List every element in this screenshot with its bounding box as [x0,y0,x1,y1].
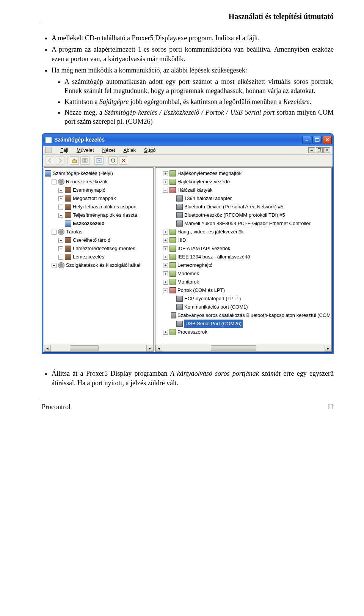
help-button[interactable]: ? [94,156,104,165]
menu-action[interactable]: Művelet [77,147,94,154]
outro-list: Állítsa át a Proxer5 Display programban … [42,369,334,388]
delete-button[interactable] [119,156,128,165]
tree-icon [58,229,64,235]
right-hscroll[interactable]: ◄ ► [155,345,331,351]
menu-file[interactable]: Fájl [60,147,68,154]
tree-item[interactable]: +IDE ATA/ATAPI vezérlők [156,244,331,253]
tree-item[interactable]: +Hajlékonylemezes meghajtók [156,169,331,178]
tree-icon [169,246,176,252]
tree-icon [65,187,71,193]
tree-item[interactable]: +IEEE 1394 busz - állomásvezérlő [156,253,331,261]
tree-item[interactable]: +Lemezmeghajtó [156,261,331,269]
footer-rule [42,399,334,399]
mdi-buttons: – ❐ × [308,147,330,153]
menu-view[interactable]: Nézet [102,147,115,154]
left-tree-pane[interactable]: Számítógép-kezelés (Helyi)−Rendszereszkö… [44,167,154,352]
tree-icon [169,187,176,193]
menu-window[interactable]: Ablak [123,147,136,154]
tree-icon [58,262,64,268]
tree-item[interactable]: +HID [156,236,331,244]
mdi-restore[interactable]: ❐ [316,147,323,153]
left-hscroll[interactable]: ◄ ► [44,345,153,351]
tree-item[interactable]: Kommunikációs port (COM1) [156,303,331,311]
tree-item[interactable]: Szabványos soros csatlakozás Bluetooth-k… [156,311,331,320]
tree-icon [169,170,176,176]
tree-item[interactable]: −Hálózati kártyák [156,186,331,194]
mdi-close[interactable]: × [323,147,330,153]
tree-icon [65,237,71,243]
tree-icon [176,304,183,310]
tree-icon [65,246,71,252]
tree-icon [176,321,183,327]
tree-item[interactable]: Bluetooth Device (Personal Area Network)… [156,203,331,211]
sub-1: A számítógép automatikusan adott egy por… [64,77,334,96]
mdi-minimize[interactable]: – [308,147,315,153]
tree-item[interactable]: Eszközkezelő [45,219,152,228]
tree-item[interactable]: +Lemezkezelés [45,253,152,261]
tree-icon [169,329,176,335]
window-title: Számítógép-kezelés [54,136,302,143]
tree-item[interactable]: +Lemeztöredezettség-mentes [45,244,152,253]
minimize-button[interactable]: – [302,136,311,144]
tree-icon [45,170,51,176]
sub-list: A számítógép automatikusan adott egy por… [52,77,334,126]
tree-item[interactable]: Számítógép-kezelés (Helyi) [45,169,152,178]
tree-item[interactable]: +Hang-, video- és játékvezérlők [156,228,331,236]
tree-icon [169,229,176,235]
app-icon [45,137,52,143]
tree-icon [58,179,64,185]
right-tree-pane[interactable]: +Hajlékonylemezes meghajtók+Hajlékonylem… [155,167,332,352]
scroll-thumb[interactable] [70,345,99,351]
tree-icon [65,221,71,227]
tree-item[interactable]: ECP nyomtatóport (LPT1) [156,295,331,303]
bullet-2: A program az alapértelmezett 1-es soros … [52,45,334,63]
scroll-left-arrow[interactable]: ◄ [44,345,51,351]
tree-item[interactable]: +Cserélhető tároló [45,236,152,244]
scroll-right-arrow[interactable]: ► [325,345,331,351]
refresh-button[interactable] [108,156,118,165]
forward-button[interactable] [56,156,65,165]
tree-item[interactable]: −Rendszereszközök [45,178,152,186]
scroll-left-arrow[interactable]: ◄ [155,345,162,351]
tree-item[interactable]: −Tárolás [45,228,152,236]
toolbar: ? [43,155,333,167]
bullet-1: A mellékelt CD-n található a Proxer5 Dis… [52,33,334,43]
tree-item[interactable]: Marvell Yukon 88E8053 PCI-E Gigabit Ethe… [156,219,331,228]
svg-text:?: ? [98,159,100,163]
sub-2: Kattintson a Sajátgépre jobb egérgombbal… [64,97,334,106]
tree-item[interactable]: +Teljesítménynaplók és riasztá [45,211,152,219]
tree-item[interactable]: Bluetooth-eszköz (RFCOMM protokoll TDI) … [156,211,331,219]
tree-icon [169,254,176,260]
tree-icon [176,221,183,227]
tree-icon [169,179,176,185]
tree-item[interactable]: +Megosztott mappák [45,194,152,203]
back-button[interactable] [45,156,54,165]
properties-button[interactable] [80,156,89,165]
tree-icon [176,204,183,210]
menu-help[interactable]: Súgó [144,147,155,154]
tree-item[interactable]: +Modemek [156,269,331,278]
scroll-thumb[interactable] [211,345,256,351]
tree-item[interactable]: +Helyi felhasználók és csoport [45,203,152,211]
footer-page: 11 [327,402,334,411]
intro-list: A mellékelt CD-n található a Proxer5 Dis… [42,33,334,126]
bullet-3: Ha még nem működik a kommunikáció, az al… [52,66,334,126]
page-header: Használati és telepítési útmutató [42,11,334,22]
svg-rect-0 [72,160,77,163]
tree-icon [171,312,176,318]
tree-item[interactable]: +Processzorok [156,328,331,336]
tree-item[interactable]: USB Serial Port (COM26) [156,320,331,328]
tree-item[interactable]: +Hajlékonylemez-vezérlő [156,178,331,186]
tree-item[interactable]: +Eseménynapló [45,186,152,194]
tree-item[interactable]: +Monitorok [156,278,331,286]
scroll-right-arrow[interactable]: ► [146,345,153,351]
tree-item[interactable]: +Szolgáltatások és kiszolgálói alkal [45,261,152,269]
titlebar[interactable]: Számítógép-kezelés – 🗖 ✕ [43,134,333,146]
tree-icon [169,271,176,277]
menubar: Fájl Művelet Nézet Ablak Súgó – ❐ × [43,146,333,155]
close-button[interactable]: ✕ [323,136,332,144]
tree-item[interactable]: −Portok (COM és LPT) [156,286,331,295]
tree-item[interactable]: 1394 hálózati adapter [156,194,331,203]
up-button[interactable] [70,156,79,165]
maximize-button[interactable]: 🗖 [312,136,322,144]
